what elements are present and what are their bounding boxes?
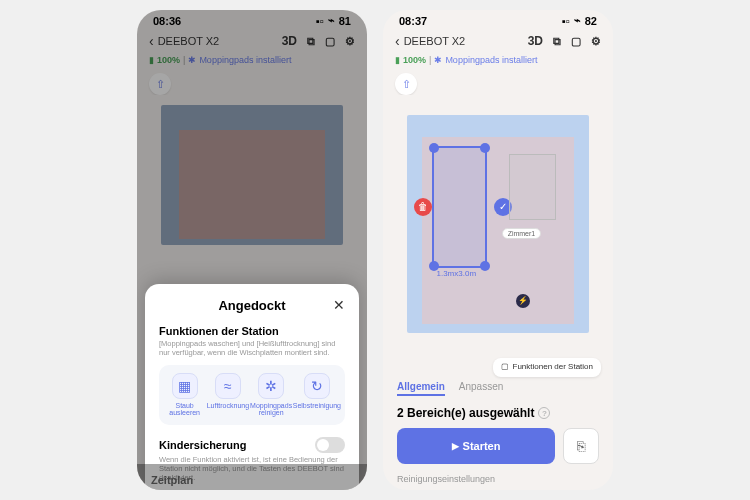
help-icon[interactable]: ? xyxy=(538,407,550,419)
right-screenshot: 08:37 ▪▫ ⌁ 82 ‹ DEEBOT X2 3D ⧉ ▢ ⚙ ▮ 100… xyxy=(383,10,613,490)
empty-dust-button[interactable]: ▦ Staub ausleeren xyxy=(163,373,206,417)
tab-customize[interactable]: Anpassen xyxy=(459,381,503,396)
zone-dimensions: 1.3mx3.0m xyxy=(436,269,476,278)
docked-sheet: Angedockt ✕ Funktionen der Station [Mopp… xyxy=(145,284,359,490)
station-functions-row: ▦ Staub ausleeren ≈ Lufttrocknung ✲ Mopp… xyxy=(159,365,345,425)
status-bar: 08:37 ▪▫ ⌁ 82 xyxy=(383,10,613,29)
signal-icon: ▪▫ xyxy=(562,15,570,27)
sub-status: ▮ 100% | ✱ Moppingpads installiert xyxy=(383,53,613,67)
dock-icon: ⚡ xyxy=(516,294,530,308)
dust-icon: ▦ xyxy=(172,373,198,399)
selected-areas-label: 2 Bereich(e) ausgewählt ? xyxy=(383,400,613,428)
camera-icon[interactable]: ⧉ xyxy=(553,35,561,48)
play-icon: ▶ xyxy=(452,441,459,451)
airdry-icon: ≈ xyxy=(215,373,241,399)
cleaning-settings-link[interactable]: Reinigungseinstellungen xyxy=(383,474,613,490)
mop-status-link[interactable]: Moppingpads installiert xyxy=(445,55,537,65)
gear-icon: ✱ xyxy=(434,55,442,65)
station-functions-title: Funktionen der Station xyxy=(159,325,345,337)
time: 08:37 xyxy=(399,15,427,27)
battery-icon: ▮ xyxy=(395,55,400,65)
selection-zone-1[interactable]: 1.3mx3.0m xyxy=(432,146,487,268)
view-3d-button[interactable]: 3D xyxy=(528,34,543,48)
map-icon[interactable]: ▢ xyxy=(571,35,581,48)
tab-general[interactable]: Allgemein xyxy=(397,381,445,396)
left-screenshot: 08:36 ▪▫ ⌁ 81 ‹ DEEBOT X2 3D ⧉ ▢ ⚙ ▮ 100… xyxy=(137,10,367,490)
room-label[interactable]: Zimmer1 xyxy=(502,228,542,239)
station-icon: ▢ xyxy=(501,363,509,372)
wifi-icon: ⌁ xyxy=(574,14,581,27)
battery-pct: 100% xyxy=(403,55,426,65)
selection-zone-2[interactable] xyxy=(509,154,556,219)
compass-button[interactable]: ⇧ xyxy=(395,73,417,95)
delete-zone-button[interactable]: 🗑 xyxy=(414,198,432,216)
clean-pads-button[interactable]: ✲ Moppingpads reinigen xyxy=(250,373,293,417)
station-functions-sub: [Moppingpads waschen] und [Heißlufttrock… xyxy=(159,339,345,357)
station-functions-pill[interactable]: ▢ Funktionen der Station xyxy=(493,358,602,377)
settings-icon[interactable]: ⚙ xyxy=(591,35,601,48)
mode-tabs: Allgemein Anpassen xyxy=(383,373,613,400)
self-clean-button[interactable]: ↻ Selbstreinigung xyxy=(293,373,341,417)
header-title: DEEBOT X2 xyxy=(404,35,466,47)
map-area[interactable]: 1.3mx3.0m 🗑 ✓ Zimmer1 ⚡ ▢ Funktionen der… xyxy=(383,95,613,373)
pads-icon: ✲ xyxy=(258,373,284,399)
save-layout-button[interactable]: ⎘ xyxy=(563,428,599,464)
back-button[interactable]: ‹ xyxy=(395,33,400,49)
start-button[interactable]: ▶ Starten xyxy=(397,428,555,464)
selfclean-icon: ↻ xyxy=(304,373,330,399)
schedule-peek[interactable]: Zeitplan xyxy=(137,464,367,490)
sheet-title: Angedockt xyxy=(218,298,285,313)
child-lock-title: Kindersicherung xyxy=(159,439,246,451)
air-dry-button[interactable]: ≈ Lufttrocknung xyxy=(206,373,249,417)
close-icon[interactable]: ✕ xyxy=(333,297,345,313)
child-lock-toggle[interactable] xyxy=(315,437,345,453)
app-header: ‹ DEEBOT X2 3D ⧉ ▢ ⚙ xyxy=(383,29,613,53)
battery-icon: 82 xyxy=(585,15,597,27)
